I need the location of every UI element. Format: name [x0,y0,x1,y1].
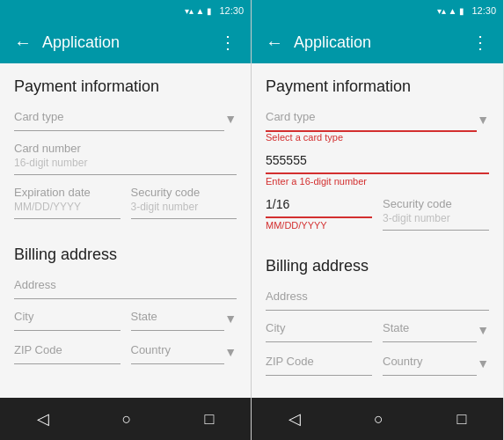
card-type-label-left: Card type [14,110,224,123]
battery-icon: ▮ [207,6,212,16]
state-label-right: State [383,321,477,334]
status-icons-right: ▾▴ ▲ ▮ [437,6,465,16]
address-field-right[interactable]: Address [266,290,489,311]
city-label-right: City [266,321,372,334]
state-arrow-left[interactable]: ▼ [224,312,237,326]
country-field-right[interactable]: Country ▼ [383,355,489,378]
state-field-left[interactable]: State ▼ [131,310,237,333]
city-state-row-right: City State ▼ [266,321,489,355]
signal-icon-right: ▲ [449,6,457,16]
expiry-security-row-left: Expiration date MM/DD/YYYY Security code… [14,186,237,231]
back-button-right[interactable]: ← [262,29,287,56]
expiration-placeholder-left: MM/DD/YYYY [14,201,121,213]
billing-section-right: Billing address Address City State [266,257,489,388]
payment-section-title-left: Payment information [14,77,237,96]
expiration-error-right: MM/DD/YYYY [266,220,372,231]
country-label-left: Country [131,343,225,356]
card-type-field-right: Card type ▼ Select a card type [266,110,489,143]
address-field-left[interactable]: Address [14,278,237,299]
security-label-left: Security code [131,186,237,199]
app-title-right: Application [294,33,461,52]
expiry-security-row-right: 1/16 MM/DD/YYYY Security code 3-digit nu… [266,197,489,243]
card-number-placeholder-left: 16-digit number [14,157,237,169]
nav-square-left[interactable]: □ [205,410,215,429]
app-title-left: Application [42,33,208,52]
city-label-left: City [14,310,121,323]
wifi-icon-right: ▾▴ [437,6,446,16]
card-number-label-left: Card number [14,142,237,155]
country-field-left[interactable]: Country ▼ [131,343,237,366]
address-label-right: Address [266,290,489,303]
card-number-error-right: Enter a 16-digit number [266,176,489,187]
status-bar-right: ▾▴ ▲ ▮ 12:30 [252,0,503,21]
toolbar-left: ← Application ⋮ [0,21,251,63]
back-button-left[interactable]: ← [11,29,35,56]
city-field-right[interactable]: City [266,321,372,344]
payment-section-title-right: Payment information [266,77,489,96]
nav-home-left[interactable]: ○ [122,410,132,429]
security-field-left[interactable]: Security code 3-digit number [131,186,237,221]
nav-bar-right: ◁ ○ □ [252,398,503,440]
content-left: Payment information Card type ▼ Card num… [0,63,251,398]
card-number-value-right: 555555 [266,153,489,167]
security-label-right: Security code [383,197,489,210]
status-bar-left: ▾▴ ▲ ▮ 12:30 [0,0,251,21]
state-field-right[interactable]: State ▼ [383,321,489,344]
zip-label-right: ZIP Code [266,355,372,368]
time-right: 12:30 [471,5,496,16]
expiration-field-right[interactable]: 1/16 MM/DD/YYYY [266,197,372,232]
battery-icon-right: ▮ [459,6,464,16]
zip-field-right[interactable]: ZIP Code [266,355,372,378]
left-panel: ▾▴ ▲ ▮ 12:30 ← Application ⋮ Payment inf… [0,0,252,440]
city-state-row-left: City State ▼ [14,310,237,343]
nav-back-left[interactable]: ◁ [37,409,49,429]
zip-field-left[interactable]: ZIP Code [14,343,121,366]
time-left: 12:30 [219,5,244,16]
country-arrow-left[interactable]: ▼ [224,345,237,359]
city-field-left[interactable]: City [14,310,121,333]
country-arrow-right[interactable]: ▼ [477,356,489,370]
country-label-right: Country [383,355,477,368]
state-arrow-right[interactable]: ▼ [477,323,489,337]
right-panel: ▾▴ ▲ ▮ 12:30 ← Application ⋮ Payment inf… [252,0,503,440]
card-number-field-right[interactable]: 555555 Enter a 16-digit number [266,153,489,187]
nav-square-right[interactable]: □ [457,410,466,429]
billing-title-right: Billing address [266,257,489,275]
card-number-field-left[interactable]: Card number 16-digit number [14,142,237,175]
nav-bar-left: ◁ ○ □ [0,398,251,440]
billing-title-left: Billing address [14,246,237,264]
card-type-arrow-left[interactable]: ▼ [224,112,237,126]
status-icons-left: ▾▴ ▲ ▮ [185,6,213,16]
card-type-arrow-right[interactable]: ▼ [477,113,489,127]
security-field-right[interactable]: Security code 3-digit number [383,197,489,232]
nav-back-right[interactable]: ◁ [289,409,301,429]
address-label-left: Address [14,278,237,291]
security-placeholder-right: 3-digit number [383,212,489,224]
content-right: Payment information Card type ▼ Select a… [252,63,503,398]
zip-country-row-right: ZIP Code Country ▼ [266,355,489,388]
nav-home-right[interactable]: ○ [374,410,383,429]
zip-label-left: ZIP Code [14,343,121,356]
security-placeholder-left: 3-digit number [131,201,237,213]
more-button-right[interactable]: ⋮ [468,28,493,56]
more-button-left[interactable]: ⋮ [215,28,240,56]
state-label-left: State [131,310,225,323]
billing-section-left: Billing address Address City State [14,246,237,377]
toolbar-right: ← Application ⋮ [252,21,503,63]
card-type-error-right: Select a card type [266,132,489,143]
card-type-label-right: Card type [266,110,477,123]
wifi-icon: ▾▴ [185,6,194,16]
card-type-field-left: Card type ▼ [14,110,237,131]
expiration-label-left: Expiration date [14,186,121,199]
signal-icon: ▲ [196,6,205,16]
expiration-value-right: 1/16 [266,197,372,211]
zip-country-row-left: ZIP Code Country ▼ [14,343,237,377]
expiration-field-left[interactable]: Expiration date MM/DD/YYYY [14,186,121,221]
